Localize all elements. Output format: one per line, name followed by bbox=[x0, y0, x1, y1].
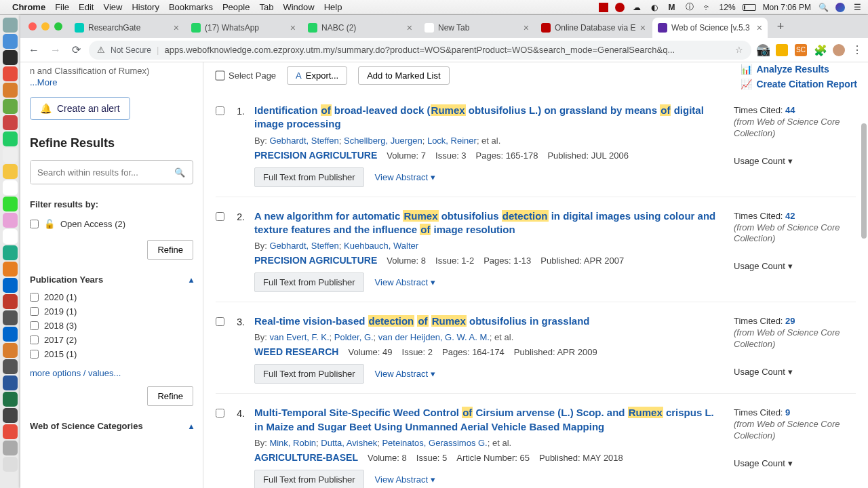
tab-close-icon[interactable]: × bbox=[640, 22, 646, 33]
author-link[interactable]: Polder, G. bbox=[334, 332, 374, 342]
analyze-results-link[interactable]: 📊Analyze Results bbox=[741, 64, 829, 75]
menu-item[interactable]: Window bbox=[283, 2, 314, 12]
menu-item[interactable]: File bbox=[55, 2, 69, 12]
dock-app[interactable] bbox=[3, 310, 18, 325]
tab-close-icon[interactable]: × bbox=[524, 22, 529, 33]
select-page[interactable]: Select Page bbox=[216, 70, 276, 81]
view-abstract-link[interactable]: View Abstract ▾ bbox=[375, 369, 436, 379]
dock-app[interactable] bbox=[3, 115, 18, 130]
view-abstract-link[interactable]: View Abstract ▾ bbox=[375, 172, 436, 182]
year-checkbox[interactable] bbox=[30, 321, 39, 330]
result-checkbox[interactable] bbox=[216, 317, 224, 326]
result-title-link[interactable]: A new algorithm for automatic Rumex obtu… bbox=[254, 209, 724, 237]
dock-app[interactable] bbox=[3, 408, 18, 423]
dock-app[interactable] bbox=[3, 18, 18, 33]
export-button[interactable]: AExport... bbox=[287, 66, 347, 85]
tab-close-icon[interactable]: × bbox=[757, 22, 762, 33]
year-filter-item[interactable]: 2020 (1) bbox=[30, 290, 193, 304]
browser-tab[interactable]: Online Database via E× bbox=[536, 18, 651, 38]
person-icon[interactable]: ⓘ bbox=[684, 2, 695, 13]
chrome-menu-icon[interactable]: ⋮ bbox=[852, 43, 863, 56]
star-icon[interactable]: ☆ bbox=[735, 45, 743, 55]
scrollbar-thumb[interactable] bbox=[861, 123, 867, 239]
open-access-filter[interactable]: 🔓 Open Access (2) bbox=[30, 216, 193, 232]
dock-app[interactable] bbox=[3, 375, 18, 390]
dock-app[interactable] bbox=[3, 197, 18, 211]
full-text-button[interactable]: Full Text from Publisher bbox=[254, 364, 364, 384]
record-icon[interactable] bbox=[615, 3, 625, 12]
search-within-button[interactable]: 🔍 bbox=[167, 161, 193, 184]
author-link[interactable]: Mink, Robin bbox=[269, 438, 316, 448]
siri-icon[interactable] bbox=[835, 3, 845, 12]
tab-close-icon[interactable]: × bbox=[407, 22, 412, 33]
author-link[interactable]: van der Heijden, G. W. A. M. bbox=[378, 332, 490, 342]
dock-app[interactable] bbox=[3, 359, 18, 374]
browser-tab[interactable]: ResearchGate× bbox=[69, 18, 184, 38]
menu-item[interactable]: View bbox=[103, 2, 122, 12]
menu-item[interactable]: Edit bbox=[79, 2, 94, 12]
add-marked-button[interactable]: Add to Marked List bbox=[358, 66, 449, 85]
ext-icon[interactable]: SC bbox=[795, 44, 807, 56]
dock-app[interactable] bbox=[3, 99, 18, 114]
result-title-link[interactable]: Identification of broad-leaved dock (Rum… bbox=[254, 104, 724, 131]
browser-tab[interactable]: New Tab× bbox=[419, 18, 534, 38]
menu-item[interactable]: People bbox=[222, 2, 250, 12]
author-link[interactable]: Schellberg, Juergen bbox=[344, 136, 422, 146]
author-link[interactable]: Gebhardt, Steffen bbox=[269, 136, 338, 146]
cited-count-link[interactable]: 44 bbox=[785, 105, 795, 115]
year-filter-item[interactable]: 2018 (3) bbox=[30, 319, 193, 333]
result-title-link[interactable]: Real-time vision-based detection of Rume… bbox=[254, 314, 724, 328]
dock-app[interactable] bbox=[3, 424, 18, 439]
dock-app[interactable] bbox=[3, 66, 18, 81]
dock-app[interactable] bbox=[3, 34, 18, 49]
cloud-icon[interactable]: ☁ bbox=[631, 2, 642, 13]
full-text-button[interactable]: Full Text from Publisher bbox=[254, 272, 364, 292]
reload-button[interactable]: ⟳ bbox=[69, 41, 83, 59]
journal-link[interactable]: AGRICULTURE-BASEL bbox=[254, 452, 358, 463]
dock-app[interactable] bbox=[3, 180, 18, 195]
journal-link[interactable]: WEED RESEARCH bbox=[254, 346, 338, 357]
menu-item[interactable]: Bookmarks bbox=[169, 2, 213, 12]
browser-tab[interactable]: NABC (2)× bbox=[302, 18, 418, 38]
menu-item[interactable]: History bbox=[132, 2, 159, 12]
browser-tab[interactable]: Web of Science [v.5.3× bbox=[652, 18, 768, 38]
journal-link[interactable]: PRECISION AGRICULTURE bbox=[254, 255, 377, 266]
author-link[interactable]: Dutta, Avishek bbox=[321, 438, 377, 448]
extensions-menu-icon[interactable]: 🧩 bbox=[814, 44, 826, 56]
result-checkbox[interactable] bbox=[216, 212, 224, 221]
dock-app[interactable] bbox=[3, 392, 18, 407]
tab-close-icon[interactable]: × bbox=[290, 22, 296, 33]
control-center-icon[interactable]: ☰ bbox=[852, 2, 863, 13]
result-title-link[interactable]: Multi-Temporal Site-Specific Weed Contro… bbox=[254, 406, 724, 434]
spotlight-icon[interactable]: 🔍 bbox=[818, 2, 829, 13]
author-link[interactable]: van Evert, F. K. bbox=[269, 332, 329, 342]
view-abstract-link[interactable]: View Abstract ▾ bbox=[375, 474, 436, 485]
browser-tab[interactable]: (17) WhatsApp× bbox=[186, 18, 301, 38]
full-text-button[interactable]: Full Text from Publisher bbox=[254, 167, 364, 187]
author-link[interactable]: Peteinatos, Gerassimos G. bbox=[382, 438, 487, 448]
dock-app[interactable] bbox=[3, 278, 18, 293]
view-abstract-link[interactable]: View Abstract ▾ bbox=[375, 277, 436, 287]
pubyears-facet-heading[interactable]: Publication Years ▴ bbox=[30, 274, 193, 285]
dock-app[interactable] bbox=[3, 164, 18, 179]
citation-report-link[interactable]: 📈Create Citation Report bbox=[741, 79, 857, 89]
cited-count-link[interactable]: 29 bbox=[785, 316, 795, 326]
create-alert-button[interactable]: 🔔 Create an alert bbox=[30, 97, 130, 120]
refine-button[interactable]: Refine bbox=[147, 386, 193, 406]
result-checkbox[interactable] bbox=[216, 409, 224, 418]
active-app[interactable]: Chrome bbox=[12, 2, 45, 12]
dock-app[interactable] bbox=[3, 262, 18, 277]
year-filter-item[interactable]: 2015 (1) bbox=[30, 347, 193, 361]
menu-item[interactable]: Tab bbox=[259, 2, 273, 12]
dock-app[interactable] bbox=[3, 131, 18, 146]
window-close[interactable] bbox=[28, 22, 37, 30]
author-link[interactable]: Kuehbauch, Walter bbox=[344, 241, 418, 251]
dock-app[interactable] bbox=[3, 327, 18, 342]
new-tab-button[interactable]: + bbox=[772, 18, 789, 35]
usage-count-link[interactable]: Usage Count ▾ bbox=[734, 458, 793, 468]
refine-button[interactable]: Refine bbox=[147, 240, 193, 260]
usage-count-link[interactable]: Usage Count ▾ bbox=[734, 261, 793, 271]
usage-count-link[interactable]: Usage Count ▾ bbox=[734, 367, 793, 377]
select-page-checkbox[interactable] bbox=[215, 70, 224, 80]
battery-icon[interactable] bbox=[743, 4, 756, 11]
